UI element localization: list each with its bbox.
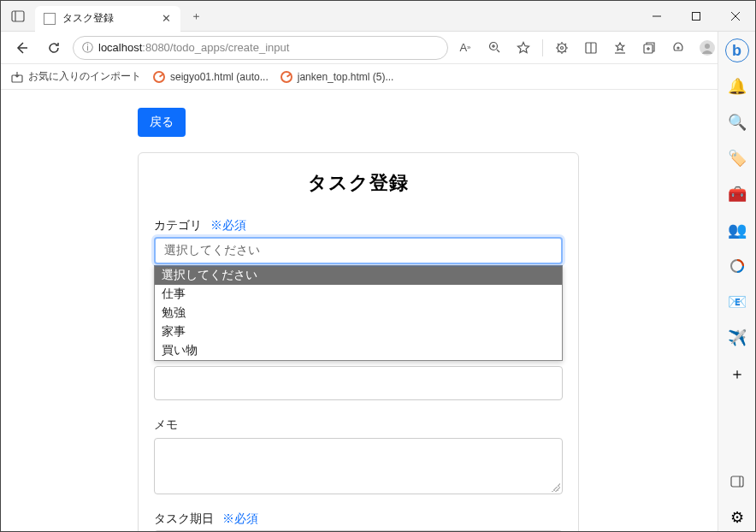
performance-icon[interactable] xyxy=(666,36,690,60)
svg-rect-0 xyxy=(12,11,24,21)
window-controls xyxy=(637,1,755,32)
bookmark-label: janken_top.html (5)... xyxy=(298,71,394,83)
category-label: カテゴリ xyxy=(154,218,202,233)
refresh-button[interactable] xyxy=(40,34,68,62)
extensions-icon[interactable] xyxy=(550,36,574,60)
required-badge: ※必須 xyxy=(222,511,258,527)
import-favorites[interactable]: お気に入りのインポート xyxy=(11,69,141,84)
category-value: 選択してください xyxy=(164,243,260,258)
tools-icon[interactable]: 🧰 xyxy=(724,180,751,208)
category-dropdown: 選択してください 仕事 勉強 家事 買い物 xyxy=(154,265,563,361)
favorites-bar-icon[interactable] xyxy=(608,36,632,60)
deadline-label: タスク期日 xyxy=(154,511,214,527)
page-content: 戻る タスク登録 カテゴリ ※必須 選択してください 選択してください 仕事 勉… xyxy=(1,91,718,531)
dropdown-option[interactable]: 勉強 xyxy=(155,304,562,322)
shopping-icon[interactable]: 🏷️ xyxy=(724,145,751,172)
back-button[interactable] xyxy=(8,34,35,62)
edge-sidebar: b 🔔 🔍 🏷️ 🧰 👥 📧 ✈️ ＋ ⚙ xyxy=(718,32,755,531)
category-select[interactable]: 選択してください xyxy=(154,237,563,264)
svg-rect-3 xyxy=(693,12,700,20)
minimize-button[interactable] xyxy=(637,1,676,32)
memo-textarea[interactable] xyxy=(154,438,563,494)
new-tab-button[interactable]: ＋ xyxy=(184,4,208,28)
zoom-icon[interactable] xyxy=(482,36,506,60)
maximize-button[interactable] xyxy=(676,1,716,32)
memo-label-row: メモ xyxy=(154,417,563,433)
close-icon[interactable]: ✕ xyxy=(160,13,172,25)
task-form-card: タスク登録 カテゴリ ※必須 選択してください 選択してください 仕事 勉強 家… xyxy=(138,152,579,531)
search-sidebar-icon[interactable]: 🔍 xyxy=(724,109,751,136)
divider xyxy=(542,39,543,56)
deadline-label-row: タスク期日 ※必須 xyxy=(154,511,563,527)
category-label-row: カテゴリ ※必須 xyxy=(154,218,563,233)
bing-icon: b xyxy=(725,38,749,62)
dropdown-option[interactable]: 家事 xyxy=(155,322,562,341)
page-icon xyxy=(153,71,165,83)
office-icon[interactable] xyxy=(724,252,751,280)
close-window-button[interactable] xyxy=(716,1,755,32)
deadline-input[interactable]: yyyy/mm/dd xyxy=(154,530,563,531)
read-aloud-icon[interactable]: A» xyxy=(453,36,477,60)
bookmark-item-2[interactable]: janken_top.html (5)... xyxy=(281,71,394,83)
svg-point-12 xyxy=(561,46,564,49)
site-info-icon[interactable]: ⓘ xyxy=(82,40,93,56)
dropdown-option[interactable]: 選択してください xyxy=(155,266,562,285)
import-icon xyxy=(11,71,23,83)
back-page-button[interactable]: 戻る xyxy=(138,108,186,137)
svg-point-21 xyxy=(705,44,710,49)
svg-line-8 xyxy=(497,50,499,52)
profile-icon[interactable] xyxy=(695,36,719,60)
outlook-icon[interactable]: 📧 xyxy=(724,288,751,316)
sidebar-toggle-icon[interactable] xyxy=(724,468,751,495)
file-icon xyxy=(44,13,56,25)
bookmark-item-1[interactable]: seigyo01.html (auto... xyxy=(153,71,269,83)
settings-sidebar-icon[interactable]: ⚙ xyxy=(724,504,751,531)
send-icon[interactable]: ✈️ xyxy=(724,324,751,352)
url-input[interactable]: ⓘ localhost:8080/todo_apps/create_input xyxy=(73,36,448,60)
page-title: タスク登録 xyxy=(154,170,563,196)
import-label: お気に入りのインポート xyxy=(28,69,141,84)
bing-chat-button[interactable]: b xyxy=(724,37,751,64)
notification-icon[interactable]: 🔔 xyxy=(724,73,751,100)
required-badge: ※必須 xyxy=(210,218,246,233)
bookmark-label: seigyo01.html (auto... xyxy=(170,71,269,83)
titlebar: タスク登録 ✕ ＋ xyxy=(1,1,755,32)
category-detail-input[interactable] xyxy=(154,366,563,400)
memo-label: メモ xyxy=(154,417,178,433)
collections-icon[interactable] xyxy=(637,36,661,60)
favorite-icon[interactable] xyxy=(511,36,535,60)
svg-rect-24 xyxy=(731,476,743,487)
add-sidebar-icon[interactable]: ＋ xyxy=(724,360,751,387)
dropdown-option[interactable]: 買い物 xyxy=(155,341,562,360)
browser-tab[interactable]: タスク登録 ✕ xyxy=(35,6,180,32)
tab-actions-icon[interactable] xyxy=(8,6,28,27)
dropdown-option[interactable]: 仕事 xyxy=(155,285,562,304)
bookmarks-bar: お気に入りのインポート seigyo01.html (auto... janke… xyxy=(1,64,755,90)
reading-list-icon[interactable] xyxy=(579,36,603,60)
svg-point-19 xyxy=(677,47,679,49)
url-text: localhost:8080/todo_apps/create_input xyxy=(98,41,439,54)
page-icon xyxy=(281,71,292,83)
address-bar: ⓘ localhost:8080/todo_apps/create_input … xyxy=(1,32,755,64)
tab-title: タスク登録 xyxy=(62,11,153,26)
games-icon[interactable]: 👥 xyxy=(724,216,751,244)
